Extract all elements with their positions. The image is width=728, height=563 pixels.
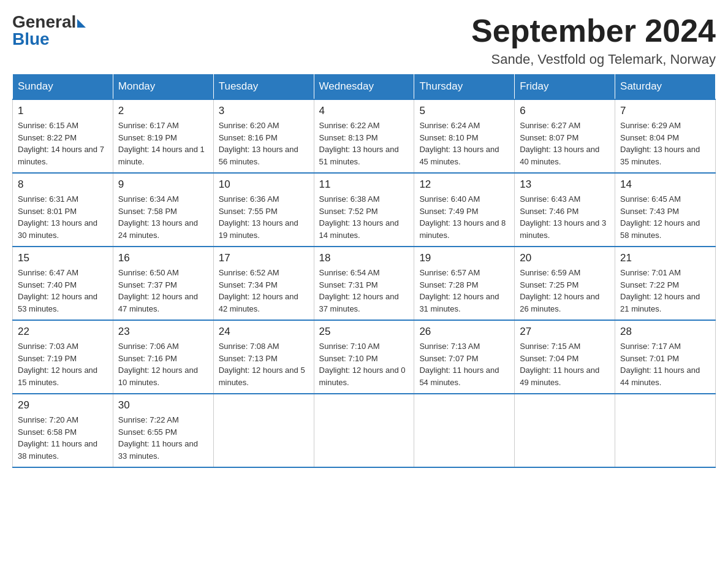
day-info: Sunrise: 6:50 AMSunset: 7:37 PMDaylight:… (118, 267, 208, 315)
day-number: 21 (620, 252, 710, 264)
day-number: 28 (620, 326, 710, 338)
day-info: Sunrise: 6:29 AMSunset: 8:04 PMDaylight:… (620, 120, 710, 167)
day-info: Sunrise: 7:13 AMSunset: 7:07 PMDaylight:… (419, 340, 509, 388)
day-number: 14 (620, 178, 710, 191)
calendar-day-cell: 27Sunrise: 7:15 AMSunset: 7:04 PMDayligh… (515, 320, 615, 394)
calendar-day-cell: 1Sunrise: 6:15 AMSunset: 8:22 PMDaylight… (13, 99, 113, 173)
calendar-day-cell: 8Sunrise: 6:31 AMSunset: 8:01 PMDaylight… (13, 173, 113, 247)
day-info: Sunrise: 7:20 AMSunset: 6:58 PMDaylight:… (18, 414, 108, 462)
calendar-day-cell: 10Sunrise: 6:36 AMSunset: 7:55 PMDayligh… (213, 173, 314, 247)
day-info: Sunrise: 6:22 AMSunset: 8:13 PMDaylight:… (319, 120, 409, 167)
day-of-week-header: Sunday (13, 74, 113, 100)
calendar-week-row: 29Sunrise: 7:20 AMSunset: 6:58 PMDayligh… (13, 394, 716, 467)
day-number: 6 (520, 105, 610, 117)
day-info: Sunrise: 7:06 AMSunset: 7:16 PMDaylight:… (118, 340, 208, 388)
day-info: Sunrise: 7:15 AMSunset: 7:04 PMDaylight:… (520, 340, 610, 388)
day-number: 23 (118, 326, 208, 338)
calendar-day-cell: 13Sunrise: 6:43 AMSunset: 7:46 PMDayligh… (515, 173, 615, 247)
page-header: General Blue September 2024 Sande, Vestf… (12, 12, 716, 67)
day-number: 5 (419, 105, 509, 117)
day-info: Sunrise: 6:57 AMSunset: 7:28 PMDaylight:… (419, 267, 509, 315)
day-info: Sunrise: 6:15 AMSunset: 8:22 PMDaylight:… (18, 120, 108, 167)
day-number: 17 (219, 252, 309, 264)
title-section: September 2024 Sande, Vestfold og Telema… (471, 12, 716, 67)
day-info: Sunrise: 6:17 AMSunset: 8:19 PMDaylight:… (118, 120, 208, 167)
calendar-day-cell: 7Sunrise: 6:29 AMSunset: 8:04 PMDaylight… (615, 99, 716, 173)
calendar-day-cell: 25Sunrise: 7:10 AMSunset: 7:10 PMDayligh… (314, 320, 414, 394)
day-number: 27 (520, 326, 610, 338)
logo: General Blue (12, 12, 86, 49)
day-number: 24 (219, 326, 309, 338)
day-info: Sunrise: 6:34 AMSunset: 7:58 PMDaylight:… (118, 193, 208, 241)
day-info: Sunrise: 6:59 AMSunset: 7:25 PMDaylight:… (520, 267, 610, 315)
day-number: 18 (319, 252, 409, 264)
day-info: Sunrise: 6:43 AMSunset: 7:46 PMDaylight:… (520, 193, 610, 241)
logo-arrow-icon (77, 19, 86, 28)
day-info: Sunrise: 6:31 AMSunset: 8:01 PMDaylight:… (18, 193, 108, 241)
day-info: Sunrise: 7:03 AMSunset: 7:19 PMDaylight:… (18, 340, 108, 388)
calendar-day-cell: 17Sunrise: 6:52 AMSunset: 7:34 PMDayligh… (213, 247, 314, 320)
calendar-day-cell: 15Sunrise: 6:47 AMSunset: 7:40 PMDayligh… (13, 247, 113, 320)
calendar-day-cell (213, 394, 314, 467)
calendar-day-cell: 20Sunrise: 6:59 AMSunset: 7:25 PMDayligh… (515, 247, 615, 320)
day-of-week-header: Friday (515, 74, 615, 100)
calendar-day-cell: 9Sunrise: 6:34 AMSunset: 7:58 PMDaylight… (113, 173, 213, 247)
day-number: 26 (419, 326, 509, 338)
calendar-day-cell: 19Sunrise: 6:57 AMSunset: 7:28 PMDayligh… (414, 247, 515, 320)
day-number: 20 (520, 252, 610, 264)
calendar-day-cell: 12Sunrise: 6:40 AMSunset: 7:49 PMDayligh… (414, 173, 515, 247)
day-info: Sunrise: 7:01 AMSunset: 7:22 PMDaylight:… (620, 267, 710, 315)
day-of-week-header: Saturday (615, 74, 716, 100)
location-subtitle: Sande, Vestfold og Telemark, Norway (471, 52, 716, 67)
calendar-day-cell (615, 394, 716, 467)
calendar-day-cell: 6Sunrise: 6:27 AMSunset: 8:07 PMDaylight… (515, 99, 615, 173)
day-info: Sunrise: 7:10 AMSunset: 7:10 PMDaylight:… (319, 340, 409, 388)
calendar-week-row: 1Sunrise: 6:15 AMSunset: 8:22 PMDaylight… (13, 99, 716, 173)
calendar-day-cell: 11Sunrise: 6:38 AMSunset: 7:52 PMDayligh… (314, 173, 414, 247)
calendar-day-cell: 2Sunrise: 6:17 AMSunset: 8:19 PMDaylight… (113, 99, 213, 173)
day-info: Sunrise: 6:24 AMSunset: 8:10 PMDaylight:… (419, 120, 509, 167)
day-info: Sunrise: 6:54 AMSunset: 7:31 PMDaylight:… (319, 267, 409, 315)
calendar-day-cell: 5Sunrise: 6:24 AMSunset: 8:10 PMDaylight… (414, 99, 515, 173)
day-number: 8 (18, 178, 108, 191)
day-number: 22 (18, 326, 108, 338)
day-number: 3 (219, 105, 309, 117)
day-info: Sunrise: 6:38 AMSunset: 7:52 PMDaylight:… (319, 193, 409, 241)
calendar-day-cell: 14Sunrise: 6:45 AMSunset: 7:43 PMDayligh… (615, 173, 716, 247)
day-info: Sunrise: 6:36 AMSunset: 7:55 PMDaylight:… (219, 193, 309, 241)
day-number: 29 (18, 399, 108, 412)
day-number: 25 (319, 326, 409, 338)
calendar-week-row: 22Sunrise: 7:03 AMSunset: 7:19 PMDayligh… (13, 320, 716, 394)
calendar-day-cell: 26Sunrise: 7:13 AMSunset: 7:07 PMDayligh… (414, 320, 515, 394)
calendar-day-cell: 16Sunrise: 6:50 AMSunset: 7:37 PMDayligh… (113, 247, 213, 320)
calendar-day-cell (314, 394, 414, 467)
day-number: 7 (620, 105, 710, 117)
day-info: Sunrise: 7:17 AMSunset: 7:01 PMDaylight:… (620, 340, 710, 388)
day-number: 10 (219, 178, 309, 191)
day-of-week-header: Monday (113, 74, 213, 100)
day-number: 2 (118, 105, 208, 117)
day-of-week-header: Wednesday (314, 74, 414, 100)
calendar-week-row: 15Sunrise: 6:47 AMSunset: 7:40 PMDayligh… (13, 247, 716, 320)
day-number: 16 (118, 252, 208, 264)
calendar-day-cell: 22Sunrise: 7:03 AMSunset: 7:19 PMDayligh… (13, 320, 113, 394)
day-info: Sunrise: 7:08 AMSunset: 7:13 PMDaylight:… (219, 340, 309, 388)
calendar-day-cell: 28Sunrise: 7:17 AMSunset: 7:01 PMDayligh… (615, 320, 716, 394)
day-number: 4 (319, 105, 409, 117)
day-number: 19 (419, 252, 509, 264)
calendar-day-cell: 21Sunrise: 7:01 AMSunset: 7:22 PMDayligh… (615, 247, 716, 320)
calendar-day-cell: 24Sunrise: 7:08 AMSunset: 7:13 PMDayligh… (213, 320, 314, 394)
day-number: 1 (18, 105, 108, 117)
day-info: Sunrise: 6:40 AMSunset: 7:49 PMDaylight:… (419, 193, 509, 241)
calendar-header-row: SundayMondayTuesdayWednesdayThursdayFrid… (13, 74, 716, 100)
day-info: Sunrise: 6:20 AMSunset: 8:16 PMDaylight:… (219, 120, 309, 167)
calendar-day-cell: 4Sunrise: 6:22 AMSunset: 8:13 PMDaylight… (314, 99, 414, 173)
day-info: Sunrise: 6:27 AMSunset: 8:07 PMDaylight:… (520, 120, 610, 167)
day-info: Sunrise: 6:52 AMSunset: 7:34 PMDaylight:… (219, 267, 309, 315)
logo-blue-text: Blue (12, 29, 50, 49)
day-info: Sunrise: 6:45 AMSunset: 7:43 PMDaylight:… (620, 193, 710, 241)
calendar-day-cell: 3Sunrise: 6:20 AMSunset: 8:16 PMDaylight… (213, 99, 314, 173)
day-of-week-header: Tuesday (213, 74, 314, 100)
calendar-week-row: 8Sunrise: 6:31 AMSunset: 8:01 PMDaylight… (13, 173, 716, 247)
day-number: 13 (520, 178, 610, 191)
